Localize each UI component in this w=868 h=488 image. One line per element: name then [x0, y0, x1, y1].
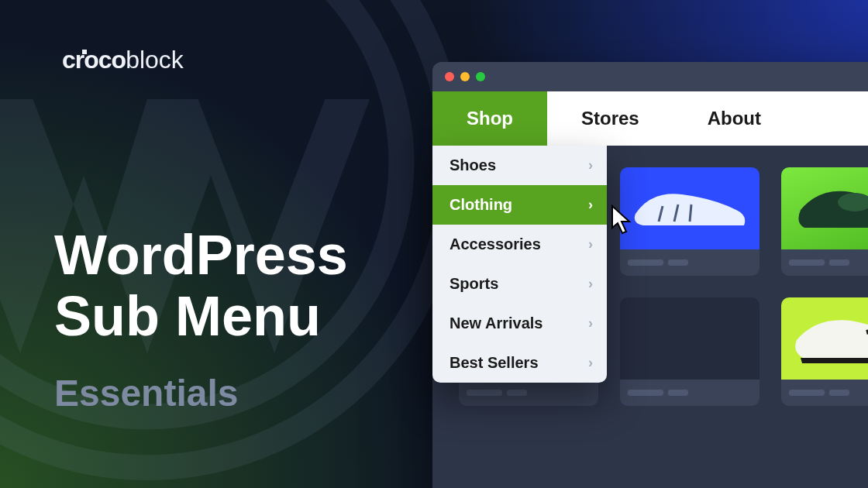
close-icon[interactable]: [445, 72, 454, 81]
menu-bar: Shop Stores About: [432, 91, 868, 146]
subtitle: Essentials: [54, 372, 238, 414]
brand-logo: crocoblock: [62, 45, 217, 76]
submenu-item-shoes[interactable]: Shoes ›: [432, 146, 607, 185]
chevron-right-icon: ›: [588, 276, 593, 292]
tab-shop[interactable]: Shop: [432, 91, 547, 146]
submenu-label: Clothing: [450, 196, 512, 214]
submenu-item-best-sellers[interactable]: Best Sellers ›: [432, 343, 607, 383]
submenu-item-sports[interactable]: Sports ›: [432, 264, 607, 304]
headline-line-1: WordPress: [54, 225, 348, 286]
product-card[interactable]: [620, 297, 760, 406]
maximize-icon[interactable]: [476, 72, 485, 81]
submenu-label: New Arrivals: [450, 314, 542, 332]
submenu-label: Best Sellers: [450, 354, 539, 372]
submenu-label: Shoes: [450, 156, 496, 174]
submenu-label: Sports: [450, 275, 498, 293]
svg-rect-3: [82, 50, 87, 54]
submenu-item-accessories[interactable]: Accessories ›: [432, 225, 607, 264]
submenu-item-clothing[interactable]: Clothing ›: [432, 185, 607, 225]
minimize-icon[interactable]: [460, 72, 470, 81]
chevron-right-icon: ›: [588, 197, 593, 213]
headline: WordPress Sub Menu: [54, 225, 348, 347]
chevron-right-icon: ›: [588, 355, 593, 371]
headline-line-2: Sub Menu: [54, 286, 348, 347]
chevron-right-icon: ›: [588, 157, 593, 174]
tab-stores[interactable]: Stores: [547, 91, 673, 146]
svg-text:crocoblock: crocoblock: [62, 46, 184, 74]
tab-about[interactable]: About: [673, 91, 795, 146]
product-card[interactable]: [781, 297, 868, 406]
submenu-item-new-arrivals[interactable]: New Arrivals ›: [432, 304, 607, 343]
submenu-dropdown: Shoes › Clothing › Accessories › Sports …: [432, 146, 607, 383]
product-card[interactable]: [781, 167, 868, 276]
window-chrome: [432, 62, 868, 91]
submenu-label: Accessories: [450, 235, 541, 253]
chevron-right-icon: ›: [588, 236, 593, 253]
product-card[interactable]: [620, 167, 760, 276]
chevron-right-icon: ›: [588, 315, 593, 332]
